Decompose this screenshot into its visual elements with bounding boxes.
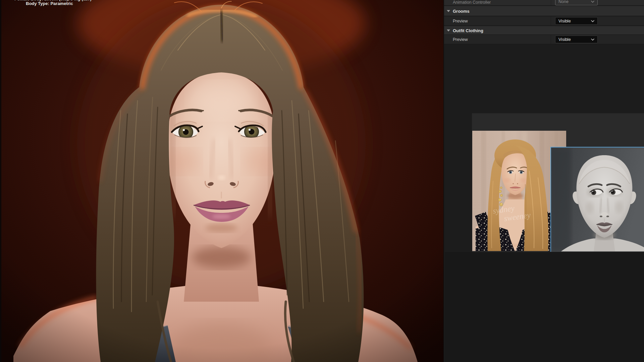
character-render [0, 0, 443, 362]
column-splitter[interactable] [551, 35, 551, 44]
preview-label: Preview [453, 37, 468, 42]
section-label: Outfit Clothing [453, 28, 483, 33]
body-type-label: Body Type: Parametric [26, 1, 73, 6]
reference-thumbnails-panel: sydney sweeney [472, 113, 644, 252]
viewport-vignette [0, 0, 443, 362]
model-head-render [551, 147, 644, 252]
section-header-outfit-clothing[interactable]: Outfit Clothing [444, 26, 644, 35]
model-head-thumbnail-selected[interactable] [550, 147, 644, 252]
chevron-down-icon [591, 1, 594, 3]
triangle-down-icon [447, 10, 450, 12]
dropdown-value: None [558, 0, 591, 4]
animation-controller-label: Animation Controller [453, 0, 491, 5]
animation-controller-dropdown[interactable]: None [555, 0, 598, 5]
preview-label: Preview [453, 19, 468, 23]
details-panel: Animation Controller None Grooms Preview… [443, 0, 644, 362]
chevron-down-icon [591, 39, 594, 41]
row-grooms-preview: Preview Visible [444, 16, 644, 26]
grooms-preview-dropdown[interactable]: Visible [555, 17, 598, 25]
section-label: Grooms [453, 8, 470, 13]
character-3d-viewport[interactable]: Female Body: 166cm (5.5), 54kg (119) Bod… [0, 0, 443, 362]
triangle-down-icon [447, 29, 450, 32]
viewport-left-edge [0, 0, 1, 362]
row-outfit-preview: Preview Visible [444, 35, 644, 44]
outfit-preview-dropdown[interactable]: Visible [555, 36, 598, 43]
panel-lower-area [445, 252, 644, 362]
column-splitter[interactable] [551, 16, 551, 25]
dropdown-value: Visible [558, 37, 591, 42]
section-header-grooms[interactable]: Grooms [444, 6, 644, 16]
row-animation-controller: Animation Controller None [444, 0, 644, 6]
column-splitter[interactable] [551, 0, 551, 5]
dropdown-value: Visible [558, 19, 591, 23]
chevron-down-icon [591, 20, 594, 22]
